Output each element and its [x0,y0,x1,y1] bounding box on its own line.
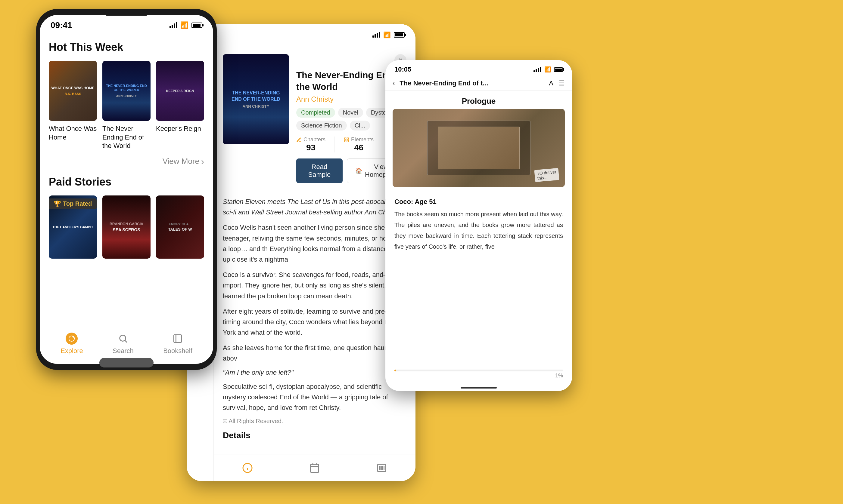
book-cover-large: THE NEVER-ENDING END OF THE WORLD ANN CH… [223,54,289,144]
battery-icon [191,22,202,28]
reader-text: The books seem so much more present when… [385,209,572,252]
paid-books-grid: THE HANDLER'S GAMBIT 🏆 Top Rated BRANDO [49,196,204,258]
stat-chapters: Chapters 93 [296,137,325,152]
paid-book-card-tales[interactable]: EMORY GLA... TALES OF W [156,196,204,258]
paid-cover-text-2: SEA SCEROS [109,227,143,232]
nav-bookshelf[interactable]: Bookshelf [163,332,192,355]
phone-middle: 09:41 📶 A [187,24,415,481]
paid-cover-sea: BRANDON GARCIA SEA SCEROS [102,196,151,258]
paid-book-card-handler[interactable]: THE HANDLER'S GAMBIT 🏆 Top Rated [49,196,97,258]
tag-novel[interactable]: Novel [338,108,363,118]
battery-icon-m [394,32,405,38]
svg-rect-19 [310,464,319,472]
bookshelf-icon [171,332,184,345]
calendar-icon-bottom[interactable] [307,461,322,475]
nav-explore[interactable]: Explore [61,332,83,355]
middle-bottom-bar [214,454,415,481]
reader-title: The Never-Ending End of t... [399,79,488,87]
bookshelf-label: Bookshelf [163,347,192,355]
progress-fill [394,370,396,372]
paid-book-card-sea[interactable]: BRANDON GARCIA SEA SCEROS [102,196,151,258]
stat-elements: Elements 46 [344,137,374,152]
svg-rect-14 [347,140,349,142]
font-icon[interactable]: A [549,79,553,87]
description-3: Coco is a survivor. She scavenges for fo… [223,269,407,301]
notch [105,13,148,16]
cover-author-1: B.K. BASS [51,92,94,96]
time-left: 09:41 [51,20,72,30]
book-card-never-ending[interactable]: THE NEVER-ENDING END OF THE WORLD ANN CH… [102,61,151,150]
tag-more[interactable]: Cl... [350,121,370,130]
svg-point-1 [120,335,126,341]
hot-books-grid: WHAT ONCE WAS HOME B.K. BASS What Once W… [49,61,204,150]
book-header: THE NEVER-ENDING END OF THE WORLD ANN CH… [223,54,407,189]
svg-rect-13 [347,138,349,139]
copyright: © All Rights Reserved. [223,418,407,425]
tag-scifi[interactable]: Science Fiction [296,121,347,130]
explore-icon [65,332,78,345]
reader-wifi-icon: 📶 [544,66,551,73]
tag-completed[interactable]: Completed [296,108,335,118]
quote: "Am I the only one left?" [223,369,407,377]
paid-cover-text-1: THE HANDLER'S GAMBIT [52,225,93,229]
explore-label: Explore [61,347,83,355]
svg-rect-3 [174,335,182,343]
search-icon [117,332,130,345]
back-icon[interactable]: ‹ [393,79,395,87]
reader-progress-bar: 1% [385,370,572,379]
cover-author-2: ANN CHRISTY [105,94,148,98]
book-card-what-once[interactable]: WHAT ONCE WAS HOME B.K. BASS What Once W… [49,61,97,150]
read-sample-button[interactable]: Read Sample [296,159,343,183]
svg-line-2 [125,340,127,342]
pencil-icon [296,137,302,143]
description-5: As she leaves home for the first time, o… [223,343,407,363]
divider [334,137,335,152]
elements-value: 46 [354,143,363,152]
paid-stories-title: Paid Stories [49,176,204,188]
svg-rect-15 [344,140,346,142]
wifi-icon-m: 📶 [383,31,391,38]
notebook-visual [427,121,530,175]
screen-content-left: Hot This Week WHAT ONCE WAS HOME B.K. BA… [40,33,213,258]
phone-right: 10:05 📶 ‹ The Never-Ending End of t... A… [385,60,572,391]
bottom-nav-left: Explore Search Bookshelf [40,326,213,355]
cover-keeper: KEEPER'S REIGN [156,61,204,121]
reader-image: TO deliverthis... [393,109,565,187]
image-label: TO deliverthis... [534,168,560,182]
elements-label: Elements [351,137,374,143]
elements-icon [344,137,349,143]
paid-cover-author-3: EMORY GLA... [168,222,192,226]
paid-cover-tales: EMORY GLA... TALES OF W [156,196,204,258]
nav-search[interactable]: Search [113,332,134,355]
status-icons-left: 📶 [170,21,202,29]
description-1: Station Eleven meets The Last of Us in t… [223,196,407,217]
book-card-keeper[interactable]: KEEPER'S REIGN Keeper's Reign [156,61,204,150]
paid-cover-handler: THE HANDLER'S GAMBIT 🏆 Top Rated [49,196,97,258]
large-cover-author: ANN CHRISTY [226,104,286,109]
svg-rect-12 [344,138,346,139]
wifi-icon: 📶 [180,21,188,29]
description-4: After eight years of solitude, learning … [223,306,407,338]
chapters-label: Chapters [304,137,325,143]
cover-text-2: THE NEVER-ENDING END OF THE WORLD [105,84,148,92]
menu-icon[interactable]: ☰ [559,79,565,87]
barcode-icon-bottom[interactable] [374,461,389,475]
book-title-2: The Never-Ending End of the World [102,125,151,150]
reader-status-bar: 10:05 📶 [385,60,572,76]
progress-label: 1% [394,373,563,379]
signal-icon-m [373,32,380,38]
details-heading: Details [223,431,407,440]
progress-track [394,370,563,372]
view-more[interactable]: View More [49,156,204,167]
info-icon-bottom[interactable] [240,461,255,475]
cover-text-3: KEEPER'S REIGN [166,89,194,93]
chevron-right-icon [201,156,204,167]
signal-icon [170,22,177,28]
status-bar-middle: 09:41 📶 [187,24,415,42]
reader-signal-icon [533,67,541,72]
chapters-value: 93 [306,143,315,152]
cover-what-once: WHAT ONCE WAS HOME B.K. BASS [49,61,97,121]
reader-home-indicator [461,387,497,389]
large-cover-text: THE NEVER-ENDING END OF THE WORLD [226,90,286,103]
paid-cover-author-2: BRANDON GARCIA [109,222,143,226]
